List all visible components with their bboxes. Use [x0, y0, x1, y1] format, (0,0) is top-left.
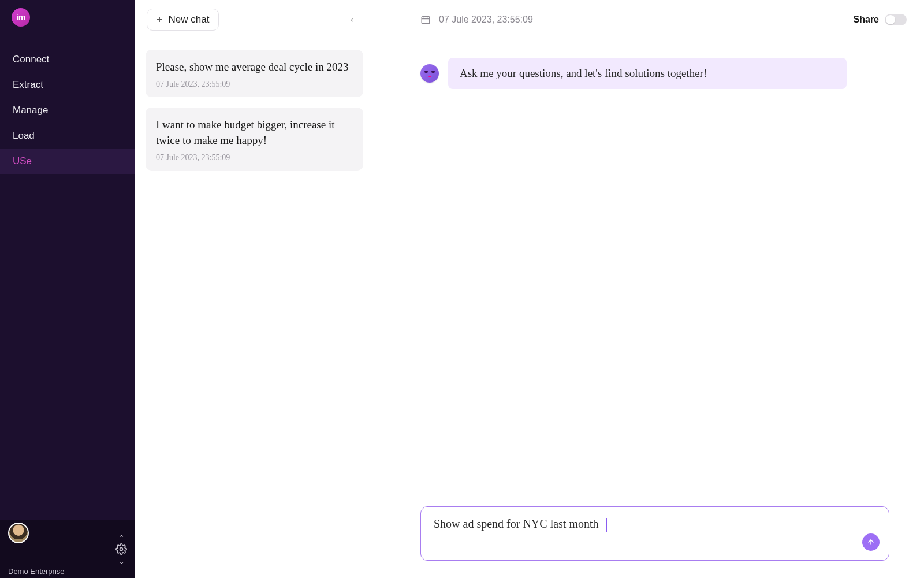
new-chat-label: New chat: [169, 14, 210, 25]
sidebar: im Connect Extract Manage Load USe Demo …: [0, 0, 135, 578]
collapse-arrow-icon[interactable]: ←: [346, 10, 363, 29]
chat-timestamp: 07 Jule 2023, 23:55:09: [156, 80, 353, 89]
share-label: Share: [854, 14, 879, 25]
toggle-knob: [886, 15, 895, 24]
chat-main: 07 Jule 2023, 23:55:09 Share Ask me your…: [374, 0, 924, 578]
message-input-area: Show ad spend for NYC last month: [420, 506, 889, 561]
user-avatar[interactable]: [8, 523, 29, 543]
logo-wrap: im: [0, 0, 135, 32]
assistant-message-bubble: Ask me your questions, and let's find so…: [448, 58, 847, 89]
svg-point-0: [120, 548, 123, 551]
account-name: Demo Enterprise: [8, 567, 65, 576]
assistant-message-row: Ask me your questions, and let's find so…: [420, 58, 889, 89]
footer-controls: ⌃ ⌃: [116, 536, 127, 562]
sidebar-item-connect[interactable]: Connect: [0, 47, 135, 72]
message-input[interactable]: Show ad spend for NYC last month: [420, 506, 889, 561]
chat-list-item[interactable]: I want to make budget bigger, increase i…: [146, 108, 363, 171]
chat-title: Please, show me average deal cycle in 20…: [156, 59, 353, 75]
svg-rect-1: [422, 16, 430, 23]
calendar-icon: [420, 14, 431, 25]
new-chat-button[interactable]: + New chat: [147, 9, 219, 31]
chat-title: I want to make budget bigger, increase i…: [156, 117, 353, 149]
gear-icon[interactable]: [116, 543, 127, 555]
app-root: im Connect Extract Manage Load USe Demo …: [0, 0, 924, 578]
logo-text: im: [16, 13, 25, 22]
sidebar-item-extract[interactable]: Extract: [0, 72, 135, 98]
chat-list-panel: + New chat ← Please, show me average dea…: [135, 0, 374, 578]
send-button[interactable]: [862, 533, 880, 551]
chat-timestamp: 07 Jule 2023, 23:55:09: [156, 153, 353, 162]
plus-icon: +: [157, 14, 163, 25]
header-date-group: 07 Jule 2023, 23:55:09: [420, 14, 533, 25]
sidebar-footer: Demo Enterprise ⌃ ⌃: [0, 520, 135, 578]
text-cursor: [606, 518, 607, 532]
chevron-updown-icon[interactable]: ⌃: [118, 536, 125, 540]
sidebar-item-load[interactable]: Load: [0, 123, 135, 149]
app-logo[interactable]: im: [12, 8, 30, 27]
share-toggle[interactable]: [885, 14, 907, 25]
chat-list-header: + New chat ←: [135, 0, 374, 39]
arrow-up-icon: [867, 538, 875, 546]
header-right: Share: [854, 14, 907, 25]
chevron-down-icon[interactable]: ⌃: [118, 558, 125, 562]
chat-list-item[interactable]: Please, show me average deal cycle in 20…: [146, 50, 363, 97]
assistant-avatar-icon: [420, 64, 439, 83]
message-input-text: Show ad spend for NYC last month: [434, 517, 599, 530]
chat-list-body: Please, show me average deal cycle in 20…: [135, 39, 374, 181]
header-date: 07 Jule 2023, 23:55:09: [439, 14, 533, 25]
chat-body: Ask me your questions, and let's find so…: [374, 39, 924, 578]
sidebar-item-manage[interactable]: Manage: [0, 98, 135, 123]
chat-main-header: 07 Jule 2023, 23:55:09 Share: [374, 0, 924, 39]
sidebar-item-use[interactable]: USe: [0, 149, 135, 174]
sidebar-nav: Connect Extract Manage Load USe: [0, 47, 135, 520]
